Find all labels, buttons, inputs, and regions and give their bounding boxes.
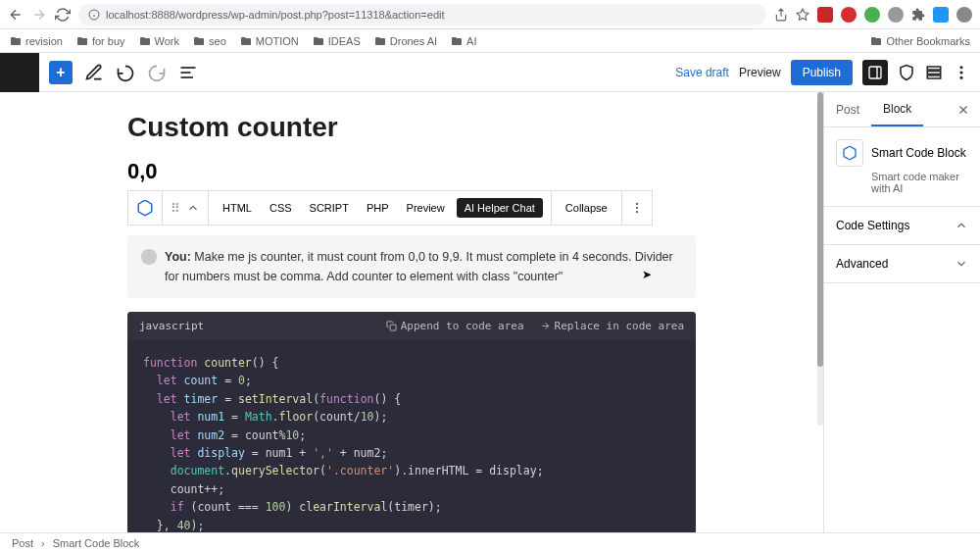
chat-avatar-icon (141, 249, 157, 265)
block-icon (836, 139, 863, 167)
folder-icon (451, 35, 463, 47)
code-block: javascript Append to code area Replace i… (127, 312, 696, 532)
bookmark-item[interactable]: revision (10, 35, 63, 47)
bookmark-item[interactable]: for buy (76, 35, 125, 47)
code-header: javascript Append to code area Replace i… (127, 312, 696, 340)
tab-css[interactable]: CSS (264, 191, 298, 225)
save-draft-button[interactable]: Save draft (675, 66, 729, 79)
tab-block[interactable]: Block (871, 92, 923, 126)
chat-author: You: (165, 250, 191, 264)
drag-handle-icon[interactable]: ⠿ (171, 201, 180, 216)
url-bar[interactable]: localhost:8888/wordpress/wp-admin/post.p… (78, 4, 766, 25)
other-bookmarks[interactable]: Other Bookmarks (870, 35, 970, 47)
copy-icon (386, 321, 397, 331)
chat-text: Make me js counter, it must count from 0… (165, 250, 673, 283)
svg-point-16 (635, 207, 637, 209)
folder-icon (313, 35, 324, 47)
ext-icon-2[interactable] (841, 7, 857, 23)
section-advanced[interactable]: Advanced (824, 245, 980, 283)
breadcrumb-footer: Post › Smart Code Block (0, 532, 980, 552)
ext-icon-3[interactable] (864, 7, 880, 23)
chevron-down-icon (955, 257, 968, 271)
publish-button[interactable]: Publish (791, 60, 853, 85)
folder-icon (76, 35, 88, 47)
ext-icon-1[interactable] (817, 7, 833, 23)
tab-script[interactable]: SCRIPT (304, 191, 355, 225)
block-info: Smart Code Block Smart code maker with A… (824, 127, 980, 207)
scrollbar[interactable] (817, 92, 823, 426)
bookmark-item[interactable]: IDEAS (313, 35, 361, 47)
redo-icon[interactable] (147, 63, 167, 82)
add-block-button[interactable]: + (49, 61, 73, 84)
options-icon[interactable] (953, 64, 970, 81)
browser-bar: localhost:8888/wordpress/wp-admin/post.p… (0, 0, 980, 29)
svg-point-15 (635, 203, 637, 205)
append-code-button[interactable]: Append to code area (386, 320, 524, 332)
tab-collapse[interactable]: Collapse (560, 191, 613, 225)
chevron-up-icon (955, 219, 968, 232)
code-language: javascript (139, 320, 204, 332)
reload-icon[interactable] (55, 7, 71, 23)
star-icon[interactable] (796, 8, 809, 22)
yoast-icon[interactable] (925, 64, 943, 81)
share-icon[interactable] (774, 8, 788, 22)
breadcrumb-post[interactable]: Post (12, 537, 33, 549)
svg-rect-9 (927, 67, 941, 70)
ext-icon-4[interactable] (888, 7, 904, 23)
folder-icon (139, 35, 151, 47)
cursor-icon: ➤ (642, 268, 652, 281)
tab-post[interactable]: Post (824, 92, 871, 126)
back-arrow-icon[interactable] (8, 7, 24, 23)
bookmark-item[interactable]: AI (451, 35, 476, 47)
wp-logo[interactable] (0, 53, 39, 92)
folder-icon (870, 35, 882, 47)
sidebar-tabs: Post Block (824, 92, 980, 127)
main-area: Custom counter 0,0 ⠿ HTML CSS SCRIPT PHP… (0, 92, 980, 532)
tab-html[interactable]: HTML (217, 191, 258, 225)
folder-icon (193, 35, 205, 47)
svg-rect-10 (927, 71, 941, 74)
grammarly-icon[interactable] (898, 64, 915, 81)
svg-rect-18 (390, 325, 396, 330)
svg-point-12 (960, 66, 963, 69)
settings-sidebar: Post Block Smart Code Block Smart code m… (823, 92, 980, 532)
sidebar-toggle-button[interactable] (862, 60, 888, 85)
folder-icon (240, 35, 252, 47)
arrow-right-icon (540, 321, 551, 331)
bookmark-item[interactable]: seo (193, 35, 226, 47)
folder-icon (10, 35, 22, 47)
move-up-icon[interactable] (186, 201, 200, 215)
chat-message: You: Make me js counter, it must count f… (127, 235, 696, 298)
details-icon[interactable] (178, 63, 198, 82)
edit-icon[interactable] (84, 63, 104, 82)
extensions-icon[interactable] (911, 8, 925, 22)
tab-preview[interactable]: Preview (401, 191, 451, 225)
undo-icon[interactable] (116, 63, 135, 82)
editor-canvas[interactable]: Custom counter 0,0 ⠿ HTML CSS SCRIPT PHP… (0, 92, 823, 532)
svg-marker-3 (797, 9, 808, 20)
block-type-icon[interactable] (136, 199, 154, 217)
bookmark-item[interactable]: MOTION (240, 35, 299, 47)
close-sidebar-button[interactable] (947, 92, 980, 126)
url-text: localhost:8888/wordpress/wp-admin/post.p… (106, 9, 445, 21)
browser-extensions (774, 7, 972, 23)
svg-point-14 (960, 75, 963, 78)
bookmark-item[interactable]: Drones AI (374, 35, 437, 47)
forward-arrow-icon[interactable] (31, 7, 47, 23)
ext-icon-5[interactable] (933, 7, 949, 23)
scrollbar-thumb[interactable] (817, 92, 823, 367)
preview-button[interactable]: Preview (739, 66, 781, 79)
svg-rect-7 (869, 67, 881, 78)
page-title[interactable]: Custom counter (127, 112, 696, 143)
bookmark-item[interactable]: Work (139, 35, 179, 47)
replace-code-button[interactable]: Replace in code area (540, 320, 684, 332)
wp-toolbar: + Save draft Preview Publish (0, 53, 980, 92)
code-body[interactable]: function counter() { let count = 0; let … (127, 340, 696, 532)
breadcrumb-block[interactable]: Smart Code Block (53, 537, 140, 549)
avatar-icon[interactable] (956, 7, 972, 23)
tab-php[interactable]: PHP (361, 191, 395, 225)
tab-ai-helper[interactable]: AI Helper Chat (457, 198, 543, 218)
more-options-icon[interactable] (630, 201, 644, 215)
section-code-settings[interactable]: Code Settings (824, 207, 980, 245)
block-description: Smart code maker with AI (871, 171, 968, 194)
